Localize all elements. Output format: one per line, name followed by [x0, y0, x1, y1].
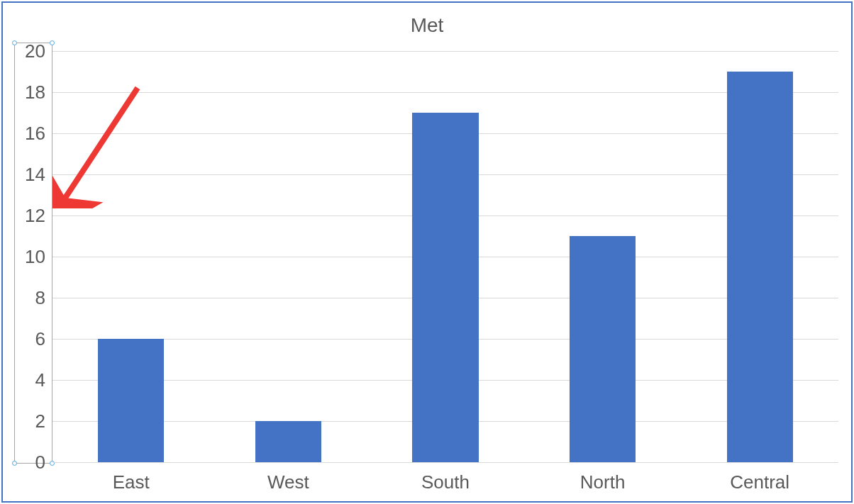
bar-east[interactable] — [98, 339, 164, 462]
selection-handle-icon[interactable] — [12, 40, 17, 45]
bar-south[interactable] — [412, 113, 478, 462]
y-axis-tick-label[interactable]: 8 — [17, 287, 45, 309]
bar-central[interactable] — [727, 72, 793, 462]
x-axis-tick-label[interactable]: North — [580, 471, 626, 493]
y-axis-tick-label[interactable]: 18 — [17, 82, 45, 103]
selection-handle-icon[interactable] — [50, 40, 55, 45]
gridline — [52, 92, 838, 93]
x-axis-tick-label[interactable]: Central — [730, 471, 789, 493]
bar-west[interactable] — [255, 421, 321, 462]
bar-north[interactable] — [570, 236, 636, 462]
y-axis-tick-label[interactable]: 0 — [17, 452, 45, 474]
gridline — [52, 462, 838, 463]
plot-area[interactable]: 02468101214161820EastWestSouthNorthCentr… — [52, 51, 838, 462]
y-axis-tick-label[interactable]: 4 — [17, 369, 45, 391]
chart-container[interactable]: Met 02468101214161820EastWestSouthNorthC… — [1, 1, 853, 503]
y-axis-tick-label[interactable]: 2 — [17, 410, 45, 432]
y-axis-tick-label[interactable]: 6 — [17, 328, 45, 350]
x-axis-tick-label[interactable]: West — [267, 471, 309, 493]
y-axis-tick-label[interactable]: 16 — [17, 123, 45, 145]
chart-title[interactable]: Met — [3, 14, 851, 37]
gridline — [52, 51, 838, 52]
x-axis-tick-label[interactable]: East — [113, 471, 150, 493]
y-axis-tick-label[interactable]: 12 — [17, 205, 45, 227]
selection-handle-icon[interactable] — [12, 461, 17, 466]
x-axis-tick-label[interactable]: South — [421, 471, 470, 493]
y-axis-tick-label[interactable]: 14 — [17, 164, 45, 186]
y-axis-tick-label[interactable]: 20 — [17, 40, 45, 62]
y-axis-tick-label[interactable]: 10 — [17, 246, 45, 268]
